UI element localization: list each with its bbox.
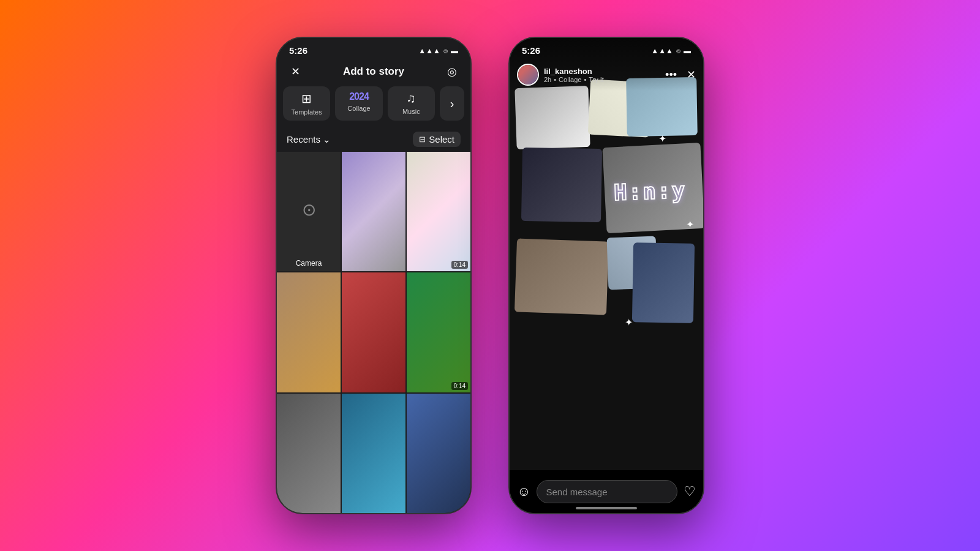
- music-icon: ♫: [407, 91, 416, 105]
- wifi-icon: ⌾: [443, 47, 448, 55]
- select-button[interactable]: ⊟ Select: [413, 132, 461, 147]
- close-button[interactable]: ✕: [287, 63, 304, 80]
- photo-cell[interactable]: [342, 272, 405, 392]
- time-text-overlay: H:n:y: [613, 178, 687, 205]
- avatar-image: [518, 65, 538, 84]
- recents-bar: Recents ⌄ ⊟ Select: [277, 127, 470, 152]
- emoji-icon[interactable]: ☺: [517, 484, 530, 500]
- phone1-screen: 5:26 ▲▲▲ ⌾ ▬ ✕ Add to story ◎ ⊞ Template…: [277, 38, 470, 513]
- recents-dropdown[interactable]: Recents ⌄: [287, 134, 331, 145]
- collage-photo: [514, 238, 609, 315]
- sparkle-icon: ✦: [686, 219, 694, 230]
- phone-add-to-story: 5:26 ▲▲▲ ⌾ ▬ ✕ Add to story ◎ ⊞ Template…: [276, 37, 472, 514]
- collage-photo: [632, 242, 695, 323]
- battery-icon: ▬: [451, 47, 458, 55]
- more-options-icon[interactable]: •••: [665, 69, 677, 81]
- photo-cell[interactable]: [342, 394, 405, 513]
- tab-music[interactable]: ♫ Music: [388, 86, 435, 121]
- try-it-link[interactable]: Try It: [589, 76, 604, 83]
- page-title: Add to story: [343, 66, 404, 78]
- status-bar-2: 5:26 ▲▲▲ ⌾ ▬: [510, 38, 703, 59]
- camera-label: Camera: [277, 259, 341, 268]
- duration-badge: 0:14: [451, 382, 468, 390]
- story-user-info: lil_kaneshon 2h • Collage • Try It: [544, 67, 660, 83]
- photo-cell[interactable]: [277, 394, 341, 513]
- story-meta: 2h • Collage • Try It: [544, 76, 660, 83]
- story-actions: ••• ✕: [665, 68, 696, 81]
- chevron-down-icon: ⌄: [323, 134, 331, 145]
- templates-icon: ⊞: [301, 91, 312, 106]
- tab-music-label: Music: [402, 108, 420, 115]
- sparkle-icon: ✦: [658, 133, 666, 144]
- status-icons-2: ▲▲▲ ⌾ ▬: [651, 47, 691, 55]
- photo-cell[interactable]: [277, 272, 341, 392]
- tab-collage[interactable]: 2024 Collage: [335, 86, 382, 121]
- status-bar-1: 5:26 ▲▲▲ ⌾ ▬: [277, 38, 470, 59]
- status-time-1: 5:26: [289, 45, 307, 56]
- collage-label: Collage: [559, 76, 581, 83]
- more-icon: ›: [450, 97, 454, 111]
- signal-icon-2: ▲▲▲: [651, 47, 673, 55]
- wifi-icon-2: ⌾: [676, 47, 680, 55]
- phone2-screen: H:n:y ✦ ✦ ✦ lil_kaneshon 2h • Collage • …: [510, 38, 703, 513]
- camera-cell[interactable]: ⊙ Camera: [277, 152, 341, 271]
- collage-area: H:n:y ✦ ✦ ✦: [510, 38, 703, 470]
- signal-icon: ▲▲▲: [418, 47, 440, 55]
- message-input[interactable]: Send message: [537, 480, 677, 503]
- select-label: Select: [429, 134, 454, 144]
- collage-year-icon: 2024: [349, 91, 369, 102]
- tab-more[interactable]: ›: [440, 86, 464, 121]
- story-time: 2h: [544, 76, 551, 83]
- home-indicator: [576, 507, 637, 509]
- story-username: lil_kaneshon: [544, 67, 660, 76]
- story-dot: •: [584, 76, 586, 83]
- add-to-story-header: ✕ Add to story ◎: [277, 59, 470, 86]
- camera-icon: ⊙: [302, 200, 316, 220]
- story-separator: •: [554, 76, 556, 83]
- profile-icon[interactable]: ◎: [443, 63, 461, 80]
- photo-cell[interactable]: [342, 152, 405, 271]
- collage-photo: [521, 148, 602, 222]
- collage-photo: [514, 86, 590, 149]
- message-placeholder: Send message: [546, 487, 607, 497]
- select-grid-icon: ⊟: [419, 135, 426, 144]
- recents-label-text: Recents: [287, 134, 320, 144]
- sparkle-icon: ✦: [625, 317, 633, 328]
- status-time-2: 5:26: [522, 45, 540, 56]
- photo-cell[interactable]: [407, 394, 470, 513]
- status-icons-1: ▲▲▲ ⌾ ▬: [418, 47, 458, 55]
- photo-cell[interactable]: 0:14: [407, 272, 470, 392]
- tab-templates-label: Templates: [292, 108, 322, 116]
- photo-grid: ⊙ Camera 0:14 0:14: [277, 152, 470, 513]
- tab-collage-label: Collage: [347, 105, 370, 112]
- duration-badge: 0:14: [451, 261, 468, 269]
- photo-cell[interactable]: 0:14: [407, 152, 470, 271]
- battery-icon-2: ▬: [684, 47, 691, 55]
- avatar[interactable]: [517, 64, 539, 86]
- heart-icon[interactable]: ♡: [684, 484, 696, 500]
- close-story-icon[interactable]: ✕: [687, 68, 696, 81]
- tab-bar: ⊞ Templates 2024 Collage ♫ Music ›: [277, 86, 470, 127]
- tab-templates[interactable]: ⊞ Templates: [283, 86, 330, 121]
- phone-story-view: H:n:y ✦ ✦ ✦ lil_kaneshon 2h • Collage • …: [508, 37, 704, 514]
